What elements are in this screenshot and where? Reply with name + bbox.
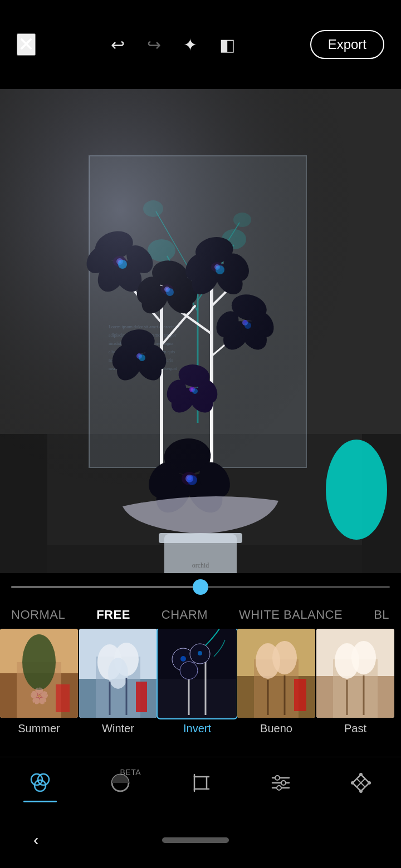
filter-thumb-paste-img [316,629,394,718]
adjust-icon [270,772,291,798]
slider-thumb[interactable] [193,579,208,595]
tool-patch[interactable] [350,772,371,798]
filter-bueno-label: Bueno [260,722,292,735]
filter-invert-label: Invert [183,722,211,735]
filter-thumb-invert-img [158,629,236,718]
back-button[interactable]: ‹ [33,831,38,849]
tab-white-balance[interactable]: WHITE BALANCE [223,601,358,629]
tab-bl[interactable]: BL [358,601,401,629]
image-canvas: Lorem ipsum dolor sit amet consectetur a… [0,89,401,573]
svg-point-129 [351,641,376,674]
svg-point-142 [281,781,286,785]
magic-button[interactable]: ✦ [183,35,197,55]
slider-fill [11,586,200,588]
undo-button[interactable]: ↩ [111,35,125,55]
crop-icon [190,772,211,798]
tool-adjust[interactable] [270,772,291,798]
svg-rect-92 [0,89,401,573]
home-indicator[interactable] [162,837,229,843]
active-indicator [23,801,57,802]
svg-point-145 [368,781,371,785]
filter-paste-label: Past [344,722,366,735]
filter-thumb-summer-img: 🌸 [0,629,78,718]
edit-actions: ↩ ↪ ✦ ◧ [111,35,235,55]
svg-point-144 [359,773,363,776]
tab-charm[interactable]: CHARM [146,601,223,629]
svg-rect-98 [56,684,70,712]
tool-color[interactable] [30,772,51,798]
export-button[interactable]: Export [310,30,384,59]
filter-tabs: NORMAL FREE CHARM WHITE BALANCE BL [0,601,401,629]
color-icon [30,772,51,798]
filter-thumb-bueno-img [237,629,315,718]
filter-winter-label: Winter [102,722,134,735]
tab-normal[interactable]: NORMAL [0,601,81,629]
compare-button[interactable]: ◧ [219,35,235,55]
svg-point-143 [277,786,281,790]
svg-point-147 [351,781,354,785]
svg-point-104 [108,658,128,689]
top-bar: ✕ ↩ ↪ ✦ ◧ Export [0,0,401,89]
filter-strip: 🌸 Summer [0,629,401,746]
filter-thumb-winter-img [79,629,157,718]
svg-point-96 [22,634,56,690]
svg-rect-105 [136,682,147,712]
patch-icon [350,772,371,798]
filter-bueno[interactable]: Bueno [237,629,315,746]
nav-bar: ‹ [0,812,401,868]
beta-badge: BETA [120,768,141,777]
svg-point-114 [180,662,198,679]
photo-display: Lorem ipsum dolor sit amet consectetur a… [0,89,401,573]
svg-text:🌸: 🌸 [30,687,49,705]
svg-point-116 [198,651,202,655]
bottom-toolbar: BETA [0,757,401,812]
tool-retouch[interactable]: BETA [110,772,131,798]
redo-button[interactable]: ↪ [147,35,161,55]
filter-winter[interactable]: Winter [79,629,157,746]
tab-free[interactable]: FREE [81,601,146,629]
svg-point-121 [272,641,297,674]
svg-rect-137 [194,777,207,789]
filter-paste[interactable]: Past [316,629,394,746]
svg-point-141 [275,776,280,780]
svg-point-146 [359,790,363,793]
slider-track[interactable] [11,586,390,588]
close-button[interactable]: ✕ [17,33,36,56]
tool-crop[interactable] [190,772,211,798]
filter-invert[interactable]: Invert [158,629,236,746]
filter-summer-label: Summer [18,722,60,735]
slider-area [0,573,401,601]
svg-rect-122 [294,679,306,711]
svg-rect-109 [158,679,236,718]
svg-point-115 [180,656,186,662]
filter-summer[interactable]: 🌸 Summer [0,629,78,746]
